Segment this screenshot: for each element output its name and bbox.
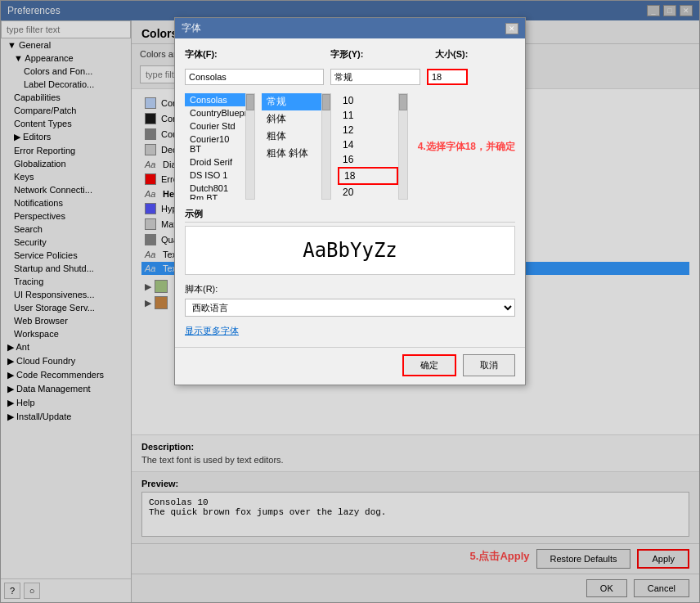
font-list-item-droid-serif[interactable]: Droid Serif [185,155,245,169]
dialog-inputs-row [185,69,515,85]
size-list-item-20[interactable]: 20 [338,185,398,200]
dialog-preview-section: 示例 AaBbYyZz [185,208,515,275]
size-list-item-12[interactable]: 12 [338,123,398,137]
size-col-label: 大小(S): [435,48,500,61]
style-list-scroll-thumb [322,94,330,110]
dialog-title-text: 字体 [182,21,201,35]
size-list-item-10[interactable]: 10 [338,93,398,108]
size-list-item-16[interactable]: 16 [338,152,398,167]
font-list: Consolas CountryBlueprint Courier Std Co… [185,93,245,200]
font-list-item-courier10[interactable]: Courier10 BT [185,133,245,155]
style-label: 字形(Y): [330,49,363,59]
font-list-container: Consolas CountryBlueprint Courier Std Co… [185,93,255,200]
dialog-overlay: 字体 ✕ 字体(F): 字形(Y): 大小(S): [1,1,699,602]
style-list-item-regular[interactable]: 常规 [262,93,322,110]
size-list-container: 10 11 12 14 16 18 20 [338,93,408,200]
font-list-scroll-thumb [246,94,254,110]
style-list-item-bold[interactable]: 粗体 [262,128,322,145]
size-annotation: 4.选择字体18，并确定 [418,140,515,154]
style-list-container: 常规 斜体 粗体 粗体 斜体 [262,93,332,200]
font-list-item-ds-iso[interactable]: DS ISO 1 [185,169,245,182]
font-name-input[interactable] [185,69,324,85]
dialog-title-bar: 字体 ✕ [175,18,525,38]
dialog-preview-box: AaBbYyZz [185,226,515,275]
script-select[interactable]: 西欧语言 [185,299,515,317]
dialog-close-button[interactable]: ✕ [505,23,518,34]
size-list-scroll-thumb [399,94,407,110]
font-style-input[interactable] [330,69,420,85]
font-list-item-courier-std[interactable]: Courier Std [185,119,245,133]
font-list-item-countryblueprint[interactable]: CountryBlueprint [185,106,245,119]
font-list-item-consolas[interactable]: Consolas [185,93,245,106]
size-list-item-18[interactable]: 18 [338,167,398,185]
style-col-label: 字形(Y): [330,48,429,61]
show-more-area: 显示更多字体 [185,325,515,337]
size-list: 10 11 12 14 16 18 20 [338,93,398,200]
size-annotation-area: 4.选择字体18，并确定 [415,93,515,200]
size-list-item-11[interactable]: 11 [338,108,398,123]
font-size-input[interactable] [427,69,468,85]
script-row: 脚本(R): 西欧语言 [185,283,515,317]
size-label: 大小(S): [435,49,468,59]
dialog-body: 字体(F): 字形(Y): 大小(S): [175,38,525,347]
dialog-labels-row: 字体(F): 字形(Y): 大小(S): [185,48,515,61]
script-label: 脚本(R): [185,283,515,295]
font-col-label: 字体(F): [185,48,324,61]
style-list-scrollbar[interactable] [321,93,331,200]
style-list-item-italic[interactable]: 斜体 [262,110,322,128]
font-label: 字体(F): [185,49,218,59]
style-list: 常规 斜体 粗体 粗体 斜体 [262,93,322,200]
dialog-ok-button[interactable]: 确定 [402,354,456,376]
dialog-cancel-button[interactable]: 取消 [463,354,515,376]
dialog-btn-row: 确定 取消 [175,347,525,385]
size-list-scrollbar[interactable] [398,93,408,200]
dialog-lists-row: Consolas CountryBlueprint Courier Std Co… [185,93,515,200]
dialog-preview-text: AaBbYyZz [303,239,397,262]
font-list-item-dutch801[interactable]: Dutch801 Rm BT [185,182,245,200]
dialog-preview-header: 示例 [185,208,515,223]
style-list-item-bold-italic[interactable]: 粗体 斜体 [262,145,322,162]
main-window: Preferences _ □ ✕ ▼ General ▼ Appearance… [0,0,700,603]
font-dialog: 字体 ✕ 字体(F): 字形(Y): 大小(S): [174,17,526,385]
size-list-item-14[interactable]: 14 [338,137,398,152]
font-list-scrollbar[interactable] [245,93,255,200]
show-more-link[interactable]: 显示更多字体 [185,326,239,335]
